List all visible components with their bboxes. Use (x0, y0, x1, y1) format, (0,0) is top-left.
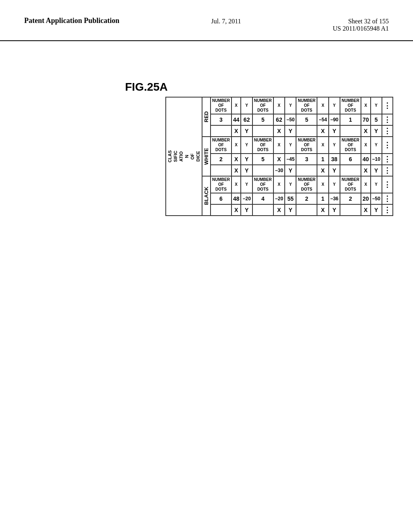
w1-x2: X (273, 154, 285, 165)
r2-x3: X (317, 125, 328, 137)
color-black: BLACK (202, 185, 210, 207)
ellipsis-6: ⋮ (382, 165, 393, 176)
sheet-number: Sheet 32 of 155 (333, 18, 389, 25)
r1-x1: 44 (232, 114, 241, 125)
b2-y4: Y (371, 204, 382, 216)
b2-x1: X (232, 204, 241, 216)
w1-dots4: 6 (340, 154, 361, 165)
classification-table: CLASSIFICATIONOFDICE RED NUMBEROF DOTS X… (165, 97, 393, 216)
b1-dots1: 6 (211, 193, 232, 204)
r1-y3: −90 (329, 114, 340, 125)
col4-x-header: X (361, 97, 371, 114)
ellipsis-2: ⋮ (382, 114, 393, 125)
w2-y3: Y (329, 165, 340, 176)
b2-dots2 (252, 204, 273, 216)
b-col1-y: Y (241, 176, 252, 193)
b1-x4: 20 (361, 193, 371, 204)
r1-x3: −54 (317, 114, 328, 125)
ellipsis-1: ⋮ (382, 97, 393, 114)
b1-dots3: 2 (296, 193, 317, 204)
b2-dots3 (296, 204, 317, 216)
b1-x3: 1 (317, 193, 328, 204)
data-table-container: CLASSIFICATIONOFDICE RED NUMBEROF DOTS X… (125, 64, 389, 216)
w-col1-y: Y (241, 137, 252, 154)
b1-y1: −20 (241, 193, 252, 204)
w-col3-y: Y (329, 137, 340, 154)
w1-dots3: 3 (296, 154, 317, 165)
r1-x2: 62 (273, 114, 285, 125)
b-col2-x: X (273, 176, 285, 193)
w-col2-header: NUMBEROF DOTS (252, 137, 273, 154)
w2-x3: X (317, 165, 328, 176)
w1-x1: X (232, 154, 241, 165)
color-white: WHITE (202, 146, 210, 166)
b-col2-y: Y (285, 176, 296, 193)
w2-dots4 (340, 165, 361, 176)
ellipsis-9: ⋮ (382, 204, 393, 216)
w2-y4: Y (371, 165, 382, 176)
patent-number: US 2011/0165948 A1 (333, 25, 389, 32)
b1-y2: 55 (285, 193, 296, 204)
r2-x1: X (232, 125, 241, 137)
w2-dots3 (296, 165, 317, 176)
w-col3-x: X (317, 137, 328, 154)
r2-y4: Y (371, 125, 382, 137)
b1-x1: 48 (232, 193, 241, 204)
w-col4-x: X (361, 137, 371, 154)
b1-dots2: 4 (252, 193, 273, 204)
r2-y3: Y (329, 125, 340, 137)
color-red: RED (202, 110, 210, 124)
col3-x-header: X (317, 97, 328, 114)
w2-y2: Y (285, 165, 296, 176)
b-col4-x: X (361, 176, 371, 193)
w2-dots2 (252, 165, 273, 176)
r2-dots2 (252, 125, 273, 137)
b-col1-header: NUMBEROF DOTS (211, 176, 232, 193)
sheet-info: Sheet 32 of 155 US 2011/0165948 A1 (333, 16, 389, 32)
b-col3-header: NUMBEROF DOTS (296, 176, 317, 193)
b2-y1: Y (241, 204, 252, 216)
r2-dots1 (211, 125, 232, 137)
w2-x1: X (232, 165, 241, 176)
r1-dots3: 5 (296, 114, 317, 125)
r1-y1: 62 (241, 114, 252, 125)
r1-y2: −50 (285, 114, 296, 125)
w2-x2: −30 (273, 165, 285, 176)
b2-x3: X (317, 204, 328, 216)
w1-y2: −45 (285, 154, 296, 165)
w-col2-x: X (273, 137, 285, 154)
b2-y3: Y (329, 204, 340, 216)
r1-x4: 70 (361, 114, 371, 125)
b-col1-x: X (232, 176, 241, 193)
r1-dots4: 1 (340, 114, 361, 125)
b2-dots4 (340, 204, 361, 216)
col4-header: NUMBEROF DOTS (340, 97, 361, 114)
w1-dots2: 5 (252, 154, 273, 165)
w1-dots1: 2 (211, 154, 232, 165)
classification-header: CLASSIFICATIONOFDICE (166, 149, 202, 164)
r2-y2: Y (285, 125, 296, 137)
w1-y1: Y (241, 154, 252, 165)
b1-x2: −20 (273, 193, 285, 204)
r2-dots3 (296, 125, 317, 137)
b1-y4: −50 (371, 193, 382, 204)
ellipsis-8: ⋮ (382, 193, 393, 204)
b1-dots4: 2 (340, 193, 361, 204)
b-col3-x: X (317, 176, 328, 193)
b2-dots1 (211, 204, 232, 216)
col2-header: NUMBEROF DOTS (252, 97, 273, 114)
w2-dots1 (211, 165, 232, 176)
w1-y3: 38 (329, 154, 340, 165)
publication-title: Patent Application Publication (24, 16, 119, 25)
w2-y1: Y (241, 165, 252, 176)
w-col2-y: Y (285, 137, 296, 154)
col1-x-header: X (232, 97, 241, 114)
w1-y4: −10 (371, 154, 382, 165)
b-col3-y: Y (329, 176, 340, 193)
r2-x2: X (273, 125, 285, 137)
w-col3-header: NUMBEROF DOTS (296, 137, 317, 154)
col2-x-header: X (273, 97, 285, 114)
ellipsis-5: ⋮ (382, 154, 393, 165)
b2-x4: X (361, 204, 371, 216)
ellipsis-3: ⋮ (382, 125, 393, 137)
